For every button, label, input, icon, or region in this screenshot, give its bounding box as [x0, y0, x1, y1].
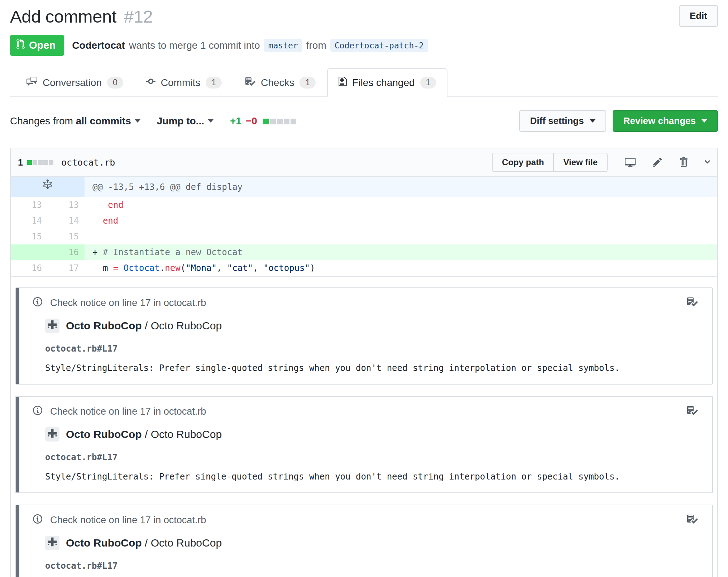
- app-name: Octo RuboCop: [66, 428, 142, 440]
- device-desktop-icon: [625, 157, 636, 168]
- old-line-number[interactable]: 15: [11, 229, 48, 244]
- new-line-number[interactable]: 15: [48, 229, 85, 244]
- delete-file-button[interactable]: [679, 157, 688, 168]
- annotation-message: Style/StringLiterals: Prefer single-quot…: [45, 363, 698, 373]
- old-line-number[interactable]: 13: [11, 197, 48, 213]
- edit-file-button[interactable]: [653, 157, 662, 168]
- jump-to-dropdown[interactable]: Jump to...: [157, 115, 214, 127]
- file-button-group: Copy path View file: [492, 153, 608, 172]
- dropdown-caret-icon: [208, 119, 214, 125]
- old-line-number[interactable]: [11, 244, 48, 260]
- new-line-number[interactable]: 13: [48, 197, 85, 213]
- diffstat-block-neutral: [284, 119, 289, 124]
- collapse-file-button[interactable]: [705, 158, 710, 167]
- annotation-location: octocat.rb#L17: [45, 344, 698, 354]
- tab-count-badge: 1: [300, 77, 316, 89]
- pr-state-row: Open Codertocat wants to merge 1 commit …: [10, 35, 718, 56]
- file-diff-container: 1 octocat.rb Copy path View file @@: [10, 148, 718, 577]
- tab-checks[interactable]: Checks 1: [233, 68, 327, 97]
- annotation-title: Check notice on line 17 in octocat.rb: [50, 515, 206, 526]
- comment-discussion-icon: [27, 76, 37, 89]
- diff-settings-button[interactable]: Diff settings: [519, 110, 606, 132]
- pr-tab-nav: Conversation 0 Commits 1 Checks 1 Files …: [10, 68, 718, 97]
- dropdown-caret-icon: [590, 119, 595, 125]
- diff-table: @@ -13,5 +13,6 @@ def display 13 13 end …: [11, 177, 717, 276]
- file-name[interactable]: octocat.rb: [61, 157, 115, 168]
- rich-diff-button[interactable]: [625, 157, 636, 168]
- code-line: end: [85, 213, 717, 229]
- code-line: + # Instantiate a new Octocat: [85, 244, 717, 260]
- file-header: 1 octocat.rb Copy path View file: [11, 148, 717, 177]
- diff-row: 13 13 end: [11, 197, 717, 213]
- old-line-number[interactable]: 16: [11, 260, 48, 276]
- diffstat-summary: +1 −0: [230, 115, 296, 127]
- app-name-row: Octo RuboCop / Octo RuboCop: [66, 537, 222, 549]
- tab-files-changed[interactable]: Files changed 1: [327, 68, 447, 97]
- edit-button[interactable]: Edit: [679, 5, 718, 27]
- annotation-header: Check notice on line 17 in octocat.rb: [33, 513, 698, 527]
- base-branch-label[interactable]: master: [264, 39, 302, 52]
- trash-icon: [679, 157, 688, 168]
- review-changes-button[interactable]: Review changes: [613, 110, 718, 132]
- expand-hunk-button[interactable]: [11, 177, 85, 197]
- hunk-row: @@ -13,5 +13,6 @@ def display: [11, 177, 717, 197]
- diffbar-actions: Diff settings Review changes: [519, 110, 718, 132]
- pr-number: #12: [124, 7, 153, 26]
- diffstat-block-neutral: [38, 160, 43, 165]
- diff-row: 16 17 m = Octocat.new("Mona", "cat", "oc…: [11, 260, 717, 276]
- check-context: / Octo RuboCop: [142, 428, 222, 440]
- from-text: from: [306, 40, 326, 51]
- dropdown-caret-icon: [135, 119, 140, 125]
- changes-from-text: Changes from: [10, 115, 73, 127]
- review-changes-label: Review changes: [623, 115, 696, 127]
- copy-path-button[interactable]: Copy path: [492, 153, 554, 172]
- changes-from-dropdown[interactable]: Changes from all commits: [10, 115, 140, 127]
- diffstat-block-neutral: [291, 119, 296, 124]
- new-line-number[interactable]: 17: [48, 260, 85, 276]
- annotation-severity-bar: [16, 288, 19, 384]
- check-annotation: Check notice on line 17 in octocat.rb Oc…: [15, 287, 713, 385]
- diff-row: 15 15: [11, 229, 717, 244]
- checks-icon[interactable]: [686, 296, 698, 310]
- dropdown-caret-icon: [701, 119, 707, 125]
- view-file-button[interactable]: View file: [554, 153, 608, 172]
- pencil-icon: [653, 157, 662, 168]
- unfold-icon: [43, 177, 52, 197]
- new-line-number[interactable]: 14: [48, 213, 85, 229]
- diff-body: 13 13 end 14 14 end 15 15 16 + # Instant…: [11, 197, 717, 276]
- annotation-message: Style/StringLiterals: Prefer single-quot…: [45, 472, 698, 482]
- checks-icon[interactable]: [686, 513, 698, 527]
- tab-conversation[interactable]: Conversation 0: [15, 68, 135, 97]
- deletions-count: −0: [246, 115, 257, 127]
- checks-icon[interactable]: [686, 405, 698, 419]
- file-diffstat: 1: [18, 157, 53, 168]
- annotation-title: Check notice on line 17 in octocat.rb: [50, 406, 206, 417]
- check-context: / Octo RuboCop: [142, 537, 222, 549]
- check-context: / Octo RuboCop: [142, 320, 222, 332]
- info-icon: [33, 296, 42, 310]
- rubocop-avatar-icon: [47, 320, 57, 332]
- diffstat-block-added: [27, 160, 32, 165]
- head-branch-label[interactable]: Codertocat-patch-2: [330, 39, 428, 52]
- git-commit-icon: [146, 76, 155, 89]
- annotation-app-row: Octo RuboCop / Octo RuboCop: [45, 319, 698, 333]
- file-change-count: 1: [18, 157, 23, 168]
- new-line-number[interactable]: 16: [48, 244, 85, 260]
- check-annotation: Check notice on line 17 in octocat.rb Oc…: [15, 396, 713, 493]
- merge-description: Codertocat wants to merge 1 commit into …: [72, 39, 428, 52]
- diffstat-block-neutral: [277, 119, 283, 124]
- old-line-number[interactable]: 14: [11, 213, 48, 229]
- checklist-icon: [245, 76, 255, 89]
- annotation-app-row: Octo RuboCop / Octo RuboCop: [45, 427, 698, 442]
- info-icon: [33, 405, 42, 418]
- author-link[interactable]: Codertocat: [72, 40, 125, 51]
- file-diff-icon: [339, 76, 347, 89]
- annotation-severity-bar: [16, 397, 19, 492]
- tab-commits[interactable]: Commits 1: [135, 68, 233, 97]
- diffstat-block-neutral: [43, 160, 48, 165]
- code-line: m = Octocat.new("Mona", "cat", "octopus"…: [85, 260, 717, 276]
- rubocop-avatar-icon: [47, 428, 57, 441]
- diffstat-block-neutral: [270, 119, 276, 124]
- merge-action-text: wants to merge 1 commit into: [129, 40, 260, 51]
- annotation-location: octocat.rb#L17: [45, 561, 698, 571]
